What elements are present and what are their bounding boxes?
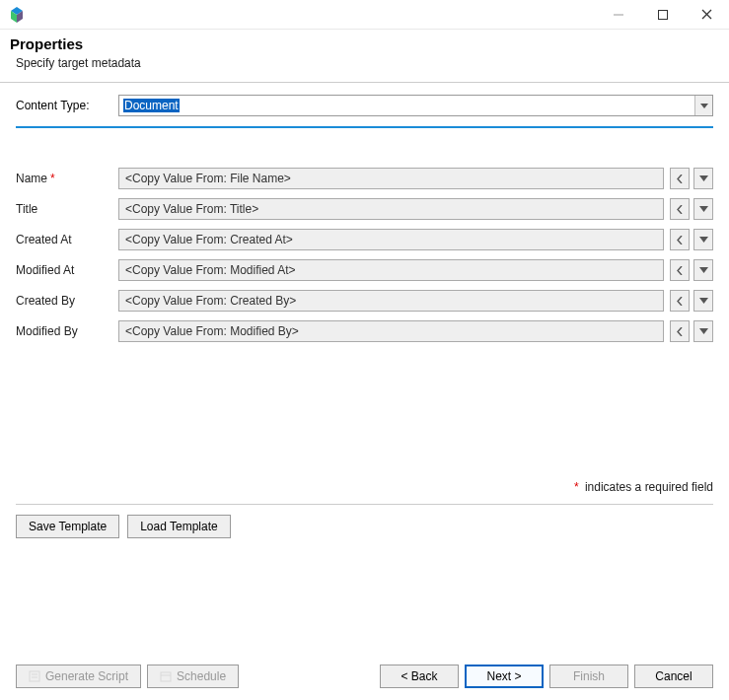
content-type-label: Content Type: [16,99,118,112]
finish-button[interactable]: Finish [549,665,628,688]
save-template-button[interactable]: Save Template [16,515,119,538]
field-label: Modified At [16,263,118,277]
script-icon [29,670,40,682]
field-prev-button[interactable] [670,259,690,281]
field-dropdown-button[interactable] [693,229,713,250]
field-label: Created By [16,294,118,308]
required-asterisk: * [50,172,55,185]
maximize-button[interactable] [640,0,685,30]
load-template-button[interactable]: Load Template [127,515,231,538]
svg-rect-4 [30,671,39,681]
page-title: Properties [10,35,719,52]
field-dropdown-button[interactable] [693,168,713,189]
field-dropdown-button[interactable] [693,198,713,220]
page-header: Properties Specify target metadata [0,30,729,83]
field-actions [670,198,713,220]
separator-accent [16,126,713,128]
field-row: Name*<Copy Value From: File Name> [16,168,713,189]
field-prev-button[interactable] [670,198,690,220]
field-row: Created By<Copy Value From: Created By> [16,290,713,312]
field-input[interactable]: <Copy Value From: Created By> [118,290,664,312]
template-buttons-row: Save Template Load Template [0,515,729,538]
schedule-button[interactable]: Schedule [147,665,239,688]
field-input[interactable]: <Copy Value From: File Name> [118,168,664,189]
app-icon [8,6,26,24]
svg-rect-7 [161,672,171,681]
cancel-button[interactable]: Cancel [634,665,713,688]
close-button[interactable] [685,0,729,30]
field-dropdown-button[interactable] [693,320,713,342]
next-button[interactable]: Next > [465,665,544,688]
content-type-select[interactable]: Document [118,95,713,116]
schedule-label: Schedule [177,669,226,683]
chevron-down-icon [694,96,712,115]
field-input[interactable]: <Copy Value From: Modified By> [118,320,664,342]
field-input[interactable]: <Copy Value From: Modified At> [118,259,664,281]
back-button[interactable]: < Back [380,665,459,688]
required-asterisk: * [574,480,579,494]
required-note-text: indicates a required field [585,480,713,494]
minimize-button[interactable] [596,0,640,30]
content-type-value: Document [123,99,180,112]
field-prev-button[interactable] [670,320,690,342]
field-dropdown-button[interactable] [693,290,713,312]
bottom-bar: Generate Script Schedule < Back Next > F… [0,665,729,688]
generate-script-label: Generate Script [45,669,128,683]
field-label: Name* [16,172,118,185]
field-actions [670,259,713,281]
field-prev-button[interactable] [670,229,690,250]
generate-script-button[interactable]: Generate Script [16,665,141,688]
field-row: Modified By<Copy Value From: Modified By… [16,320,713,342]
field-dropdown-button[interactable] [693,259,713,281]
required-note: * indicates a required field [0,480,729,494]
field-actions [670,229,713,250]
field-row: Created At<Copy Value From: Created At> [16,229,713,250]
calendar-icon [160,670,172,682]
field-prev-button[interactable] [670,168,690,189]
field-row: Title<Copy Value From: Title> [16,198,713,220]
fields-container: Name*<Copy Value From: File Name>Title<C… [16,168,713,342]
page-subtitle: Specify target metadata [16,56,719,70]
field-label: Created At [16,233,118,246]
field-input[interactable]: <Copy Value From: Title> [118,198,664,220]
field-actions [670,168,713,189]
field-actions [670,290,713,312]
content-type-row: Content Type: Document [16,95,713,116]
field-actions [670,320,713,342]
field-prev-button[interactable] [670,290,690,312]
field-label: Modified By [16,324,118,338]
separator [16,504,713,505]
field-row: Modified At<Copy Value From: Modified At… [16,259,713,281]
titlebar [0,0,729,30]
svg-rect-1 [658,10,667,19]
field-input[interactable]: <Copy Value From: Created At> [118,229,664,250]
field-label: Title [16,202,118,216]
